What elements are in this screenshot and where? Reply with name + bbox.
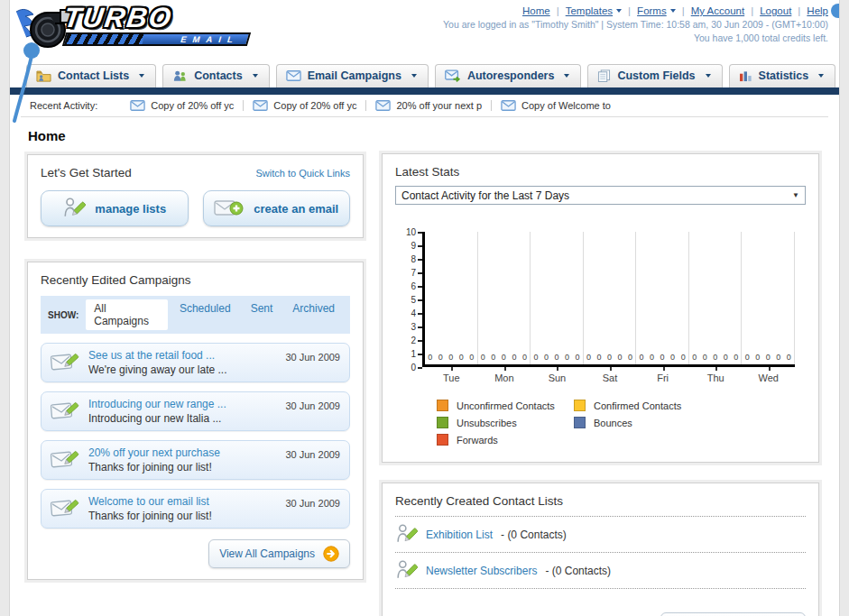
tab-autoresponders[interactable]: Autoresponders (435, 64, 582, 87)
chevron-down-icon (139, 74, 144, 78)
filter-sent[interactable]: Sent (243, 299, 281, 317)
data-value-label: 0 (724, 353, 728, 362)
header-link-my-account[interactable]: My Account (691, 5, 744, 16)
manage-lists-button[interactable]: manage lists (41, 190, 189, 226)
data-value-label: 0 (459, 353, 464, 362)
y-axis-tick: 9 (411, 242, 422, 251)
header-link-help[interactable]: Help (807, 5, 828, 16)
header-links: HomeTemplatesFormsMy AccountLogoutHelp (443, 5, 828, 16)
recent-activity-item[interactable]: Copy of 20% off yc (243, 100, 365, 111)
pointer-decoration (10, 40, 46, 123)
y-axis-tick: 5 (411, 296, 422, 305)
header-link-home[interactable]: Home (522, 5, 550, 16)
contact-list-link[interactable]: Newsletter Subscribers (426, 565, 537, 577)
tab-custom-fields[interactable]: Custom Fields (587, 64, 722, 87)
main-content: Home Let's Get Started Switch to Quick L… (10, 117, 839, 616)
data-value-label: 0 (681, 353, 686, 362)
envelope-icon (253, 100, 268, 111)
legend-item: Bounces (574, 417, 711, 428)
logo-text: TURBO EMAIL (64, 4, 249, 46)
tab-statistics[interactable]: Statistics (729, 64, 836, 87)
data-value-label: 0 (597, 353, 602, 362)
recent-activity-bar: Recent Activity: Copy of 20% off ycCopy … (21, 95, 828, 117)
chevron-down-icon: ▼ (792, 191, 799, 199)
recent-activity-item[interactable]: 20% off your next p (365, 100, 491, 111)
latest-stats-panel: Latest Stats Contact Activity for the La… (382, 153, 819, 463)
recent-activity-item[interactable]: Copy of Welcome to (491, 100, 620, 111)
y-axis-tick: 0 (411, 363, 422, 372)
switch-quick-links-link[interactable]: Switch to Quick Links (255, 168, 350, 179)
campaign-list: See us at the retail food ...We're givin… (41, 343, 350, 529)
data-value-label: 0 (745, 353, 750, 362)
envelope-plus-icon (214, 198, 245, 219)
turbo-email-logo: TURBO EMAIL (15, 3, 249, 50)
data-value-label: 0 (448, 353, 453, 362)
chart-legend: Unconfirmed ContactsConfirmed ContactsUn… (437, 400, 806, 451)
envelope-icon (501, 100, 516, 111)
campaign-filters: All CampaignsScheduledSentArchived (86, 299, 343, 330)
data-value-label: 0 (660, 353, 665, 362)
pages-icon (597, 69, 611, 82)
recent-activity-item[interactable]: Copy of 20% off yc (121, 100, 243, 111)
envelope-pencil-icon (51, 497, 79, 520)
contact-list-count: - (0 Contacts) (545, 565, 611, 577)
chevron-down-icon (706, 74, 711, 78)
envelope-pencil-icon (51, 448, 79, 472)
legend-swatch (437, 434, 448, 446)
data-value-label: 0 (554, 353, 558, 362)
nav-strip (10, 87, 839, 95)
create-email-button[interactable]: create an email (203, 190, 351, 226)
data-value-label: 0 (586, 353, 591, 362)
data-value-label: 0 (607, 353, 612, 362)
campaign-title-link[interactable]: See us at the retail food ... (88, 349, 226, 362)
campaign-row: Introducing our new range ...Introducing… (41, 391, 350, 431)
data-value-label: 0 (628, 353, 632, 362)
campaign-title-link[interactable]: 20% off your next purchase (88, 446, 220, 459)
app-window: TURBO EMAIL HomeTemplatesFormsMy Account… (9, 0, 840, 616)
campaign-date: 30 Jun 2009 (285, 446, 340, 460)
campaign-title-link[interactable]: Welcome to our email list (88, 495, 212, 508)
header-link-item: Help (791, 5, 828, 16)
chevron-down-icon (564, 74, 569, 78)
logo-subtitle: EMAIL (142, 34, 248, 44)
header-link-logout[interactable]: Logout (760, 5, 791, 16)
filter-scheduled[interactable]: Scheduled (171, 299, 239, 317)
chart-day-group: 00000 (425, 232, 478, 364)
get-started-panel: Let's Get Started Switch to Quick Links … (27, 154, 364, 238)
envelope-pencil-icon (51, 351, 79, 374)
data-value-label: 0 (734, 353, 738, 362)
chart-day-group: 00000 (636, 232, 689, 364)
header-link-forms[interactable]: Forms (637, 5, 676, 16)
get-started-title: Let's Get Started (41, 166, 132, 179)
chart-day-group: 00000 (689, 232, 743, 364)
contact-list-link[interactable]: Exhibition List (426, 529, 493, 541)
envelope-icon (286, 70, 301, 81)
x-axis-label: Wed (742, 367, 795, 383)
campaign-date: 30 Jun 2009 (285, 349, 340, 363)
campaign-date: 30 Jun 2009 (285, 495, 340, 509)
legend-swatch (437, 400, 448, 411)
contact-lists-panel-title: Recently Created Contact Lists (395, 494, 806, 517)
see-all-contact-lists-button[interactable]: See All Contact Lists (660, 612, 806, 616)
right-column: Latest Stats Contact Activity for the La… (381, 121, 820, 616)
header-link-templates[interactable]: Templates (566, 5, 622, 16)
data-value-label: 0 (565, 353, 569, 362)
view-all-campaigns-button[interactable]: View All Campaigns (208, 539, 350, 568)
data-value-label: 0 (512, 353, 516, 362)
chart-plot-area: 00000000000000000000000000000000000 TueM… (422, 232, 795, 383)
tab-email-campaigns[interactable]: Email Campaigns (276, 64, 429, 87)
tab-contacts[interactable]: Contacts (162, 64, 269, 87)
filter-all-campaigns[interactable]: All Campaigns (86, 299, 168, 330)
data-value-label: 0 (502, 353, 506, 362)
data-value-label: 0 (650, 353, 654, 362)
legend-item: Confirmed Contacts (574, 400, 711, 411)
envelope-pencil-icon (51, 400, 79, 423)
contact-list-item: Newsletter Subscribers - (0 Contacts) (395, 553, 806, 589)
stats-period-value: Contact Activity for the Last 7 Days (401, 189, 569, 202)
header-link-item: Forms (622, 5, 676, 16)
legend-item: Unsubscribes (437, 417, 574, 428)
campaign-filter-bar: SHOW: All CampaignsScheduledSentArchived (41, 296, 350, 334)
filter-archived[interactable]: Archived (284, 299, 343, 317)
stats-period-select[interactable]: Contact Activity for the Last 7 Days ▼ (395, 186, 806, 205)
campaign-title-link[interactable]: Introducing our new range ... (88, 398, 226, 410)
